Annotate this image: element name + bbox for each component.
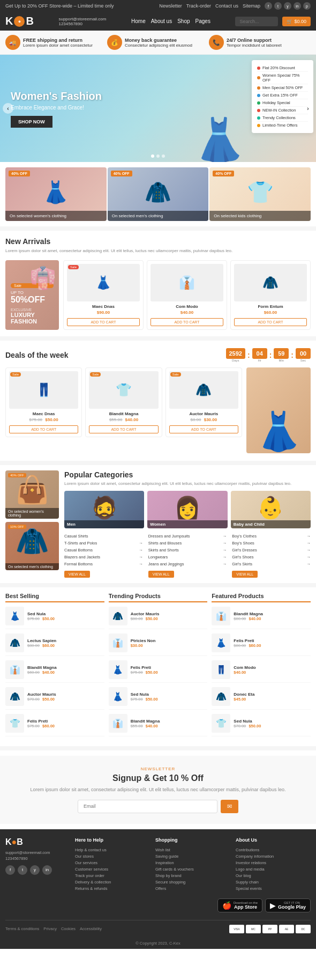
footer-facebook-icon[interactable]: f — [5, 865, 15, 875]
contact-link[interactable]: Contact us — [215, 3, 238, 9]
hero-dot-3[interactable] — [162, 154, 165, 158]
bs-new-5: $60.00 — [42, 724, 55, 728]
footer-shopping-link-1[interactable]: Wish list — [155, 847, 230, 853]
footer-about-link-5[interactable]: Our blog — [236, 873, 311, 879]
deal-1-add-to-cart[interactable]: ADD TO CART — [9, 425, 78, 433]
footer-shopping-link-3[interactable]: Inspiration — [155, 860, 230, 866]
pop-cat-women-banner[interactable]: 40% OFF 👜 On selected women's clothing — [5, 470, 59, 519]
footer-help-link-4[interactable]: Customer services — [75, 866, 150, 873]
product-3-add-to-cart[interactable]: ADD TO CART — [234, 318, 307, 326]
men-category-banner[interactable]: 🧥 40% OFF On selected men's clothing — [108, 167, 209, 221]
footer-instagram-icon[interactable]: in — [42, 865, 52, 875]
footer-about-link-3[interactable]: Investor relations — [236, 860, 311, 866]
footer-about-link-6[interactable]: Supply chain — [236, 879, 311, 886]
men-link-4[interactable]: Blazers and Jackets → — [64, 554, 143, 561]
baby-view-all-button[interactable]: VIEW ALL — [232, 571, 258, 578]
header-contact: support@storeemail.com 1234567890 — [58, 17, 106, 26]
footer-help-title: Here to Help — [75, 837, 150, 843]
countdown-hours-block: 04 Hr — [252, 348, 267, 362]
hero-dot-2[interactable] — [156, 154, 160, 158]
nav-shop[interactable]: Shop — [177, 18, 190, 24]
deal-2-prices: $55.00 $40.00 — [89, 417, 158, 422]
hero-promo-list: Flat 20% Discount Women Special 75% OFF … — [252, 60, 313, 133]
nav-pages[interactable]: Pages — [195, 18, 210, 24]
newsletter-submit-button[interactable]: ✉ — [221, 800, 238, 813]
men-link-1[interactable]: Casual Shirts — [64, 533, 143, 540]
footer-about-link-1[interactable]: Contributions — [236, 847, 311, 853]
hero-dot-1[interactable] — [151, 154, 154, 158]
product-1-name: Maec Dnas — [67, 304, 140, 309]
product-1-add-to-cart[interactable]: ADD TO CART — [67, 318, 140, 326]
nav-about[interactable]: About us — [151, 18, 172, 24]
hero-next-button[interactable]: › — [303, 103, 313, 114]
cat-baby-image[interactable]: 👶 Baby and Child — [231, 491, 311, 528]
footer-about-link-2[interactable]: Company information — [236, 853, 311, 860]
newsletter-email-input[interactable] — [78, 800, 217, 813]
baby-link-1[interactable]: Boy's Clothes → — [232, 533, 311, 540]
instagram-icon[interactable]: in — [294, 2, 301, 10]
arrow-b1: → — [307, 534, 311, 539]
footer-shopping-link-2[interactable]: Saving guide — [155, 853, 230, 860]
arrow-icon-2: → — [139, 541, 143, 546]
footer-youtube-icon[interactable]: y — [30, 865, 40, 875]
cart-button[interactable]: 🛒 $0.00 — [282, 17, 311, 26]
footer-about-link-7[interactable]: Special events — [236, 886, 311, 892]
divider-1 — [0, 226, 316, 231]
nav-home[interactable]: Home — [131, 18, 146, 24]
pinterest-icon[interactable]: p — [303, 2, 311, 10]
hero-shop-now-button[interactable]: SHOP NOW — [11, 116, 52, 128]
men-link-3[interactable]: Casual Bottoms → — [64, 547, 143, 554]
cat-men-image[interactable]: 🧔 Men — [64, 491, 144, 528]
google-play-button[interactable]: ▶ GET IT ON Google Play — [265, 898, 311, 912]
footer-shopping-link-7[interactable]: Offers — [155, 886, 230, 892]
twitter-icon[interactable]: t — [274, 2, 282, 10]
kids-category-banner[interactable]: 👕 40% OFF On selected kids clothing — [209, 167, 311, 221]
footer-accessibility-link[interactable]: Accessibility — [80, 926, 102, 931]
footer-help-link-6[interactable]: Delivery & collection — [75, 879, 150, 886]
deal-2-add-to-cart[interactable]: ADD TO CART — [89, 425, 158, 433]
women-category-banner[interactable]: 👗 40% OFF On selected women's clothing — [5, 167, 107, 221]
search-input[interactable] — [235, 17, 278, 26]
baby-link-3[interactable]: Girl's Dresses → — [232, 547, 311, 554]
women-link-3[interactable]: Skirts and Shorts → — [148, 547, 227, 554]
youtube-icon[interactable]: y — [284, 2, 291, 10]
facebook-icon[interactable]: f — [265, 2, 272, 10]
product-2-add-to-cart[interactable]: ADD TO CART — [151, 318, 223, 326]
sitemap-link[interactable]: Sitemap — [243, 3, 260, 9]
footer-cookies-link[interactable]: Cookies — [61, 926, 76, 931]
pop-cat-men-banner[interactable]: 10% OFF 🧥 On selected men's clothing — [5, 522, 59, 570]
men-link-5[interactable]: Formal Bottoms → — [64, 561, 143, 568]
men-view-all-button[interactable]: VIEW ALL — [64, 571, 90, 578]
footer-help-link-7[interactable]: Returns & refunds — [75, 886, 150, 892]
men-link-2[interactable]: T-Shirts and Polos → — [64, 540, 143, 547]
logo[interactable]: K ● B — [5, 15, 34, 27]
baby-link-2[interactable]: Boy's Shoes → — [232, 540, 311, 547]
women-link-1[interactable]: Dresses and Jumpsuits → — [148, 533, 227, 540]
deal-3-add-to-cart[interactable]: ADD TO CART — [169, 425, 238, 433]
baby-link-4[interactable]: Girl's Shoes → — [232, 554, 311, 561]
tr-img-2: 👔 — [109, 633, 127, 652]
new-arrivals-promo-banner[interactable]: Sale UP TO 50%OFF EXCLUSIVE LUXURY FASHI… — [5, 260, 59, 330]
women-link-4[interactable]: Longwears → — [148, 554, 227, 561]
footer-privacy-link[interactable]: Privacy — [43, 926, 57, 931]
footer-help-link-3[interactable]: Our services — [75, 860, 150, 866]
footer-shopping-link-5[interactable]: Shop by brand — [155, 873, 230, 879]
footer-twitter-icon[interactable]: t — [18, 865, 27, 875]
app-store-button[interactable]: 🍎 Download on the App Store — [217, 898, 262, 912]
footer-shopping-link-6[interactable]: Secure shopping — [155, 879, 230, 886]
women-link-5[interactable]: Jeans and Jeggings → — [148, 561, 227, 568]
newsletter-link[interactable]: Newsletter — [159, 3, 182, 9]
track-order-link[interactable]: Track-order — [186, 3, 211, 9]
women-view-all-button[interactable]: VIEW ALL — [148, 571, 174, 578]
tr-img-4: 👗 — [109, 687, 127, 706]
na-luxury: LUXURY FASHION — [11, 312, 54, 325]
footer-shopping-link-4[interactable]: Gift cards & vouchers — [155, 866, 230, 873]
baby-link-5[interactable]: Girl's Skirts → — [232, 561, 311, 568]
footer-terms-link[interactable]: Terms & conditions — [5, 926, 39, 931]
footer-help-link-1[interactable]: Help & contact us — [75, 847, 150, 853]
cat-women-image[interactable]: 👩 Women — [147, 491, 227, 528]
footer-help-link-5[interactable]: Track your order — [75, 873, 150, 879]
footer-help-link-2[interactable]: Our stores — [75, 853, 150, 860]
women-link-2[interactable]: Shirts and Blouses → — [148, 540, 227, 547]
footer-about-link-4[interactable]: Logo and media — [236, 866, 311, 873]
